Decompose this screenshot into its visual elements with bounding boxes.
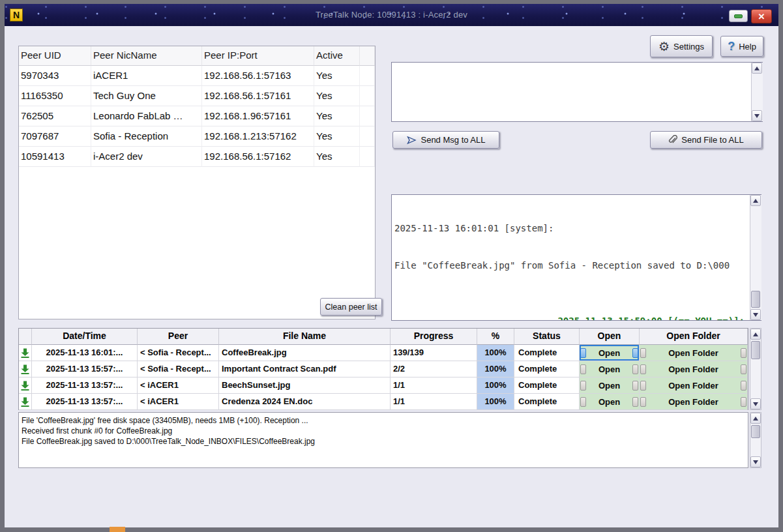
status-log-line: File 'CoffeeBreak.jpg' free disk space (… [22, 415, 745, 426]
peer-uid: 7097687 [19, 126, 91, 147]
question-mark-icon: ? [728, 40, 735, 53]
transfers-col-date[interactable]: Date/Time [32, 329, 138, 345]
scroll-thumb[interactable] [751, 291, 760, 308]
peer-row[interactable]: 5970343 iACER1 192.168.56.1:57163 Yes [19, 66, 375, 86]
download-icon [19, 394, 32, 410]
transfers-col-open[interactable]: Open [580, 329, 640, 345]
settings-button[interactable]: ⚙ Settings [650, 35, 713, 57]
peer-row[interactable]: 762505 Leonardo FabLab … 192.168.1.96:57… [19, 106, 375, 126]
send-msg-label: Send Msg to ALL [421, 135, 485, 145]
close-button[interactable]: ✕ [751, 9, 772, 23]
transfers-col-file[interactable]: File Name [219, 329, 391, 345]
message-input[interactable] [392, 63, 750, 121]
clean-peer-list-button[interactable]: Clean peer list [320, 298, 382, 316]
scroll-thumb[interactable] [751, 425, 760, 438]
transfers-col-peer[interactable]: Peer [138, 329, 219, 345]
peer-ip: 192.168.1.213:57162 [202, 126, 314, 147]
transfers-col-progress[interactable]: Progress [391, 329, 477, 345]
transfer-row[interactable]: 2025-11-13 13:57:... < iACER1 Credenza 2… [19, 394, 748, 410]
desktop: N TreeTalk Node: 10591413 : i-Acer2 dev … [0, 0, 783, 532]
down-arrow-icon [754, 114, 760, 118]
open-folder-button[interactable]: Open Folder [640, 394, 748, 410]
peer-row[interactable]: 11165350 Tech Guy One 192.168.56.1:57161… [19, 86, 375, 106]
peer-row[interactable]: 10591413 i-Acer2 dev 192.168.56.1:57162 … [19, 147, 375, 167]
chat-log: 2025-11-13 16:01:01 [system]: File "Coff… [392, 195, 750, 320]
button-nub [580, 364, 586, 374]
peer-active: Yes [314, 86, 360, 106]
transfer-percent: 100% [477, 377, 514, 394]
message-input-scrollbar[interactable] [751, 63, 763, 121]
open-folder-button[interactable]: Open Folder [640, 361, 748, 377]
scroll-up-button[interactable] [752, 63, 762, 74]
scroll-down-button[interactable] [750, 309, 761, 320]
scroll-up-button[interactable] [750, 329, 761, 340]
up-arrow-icon [754, 66, 760, 70]
open-folder-button[interactable]: Open Folder [640, 377, 748, 394]
transfer-progress: 1/1 [391, 394, 477, 410]
button-nub [741, 364, 746, 374]
scroll-down-button[interactable] [752, 110, 762, 121]
transfer-date: 2025-11-13 16:01:... [32, 345, 138, 361]
download-icon [19, 345, 32, 361]
transfers-col-open-folder[interactable]: Open Folder [640, 329, 748, 345]
transfer-row[interactable]: 2025-11-13 13:57:... < iACER1 BeechSunse… [19, 377, 748, 394]
send-file-label: Send File to ALL [681, 135, 743, 145]
send-msg-to-all-button[interactable]: Send Msg to ALL [392, 131, 499, 149]
peer-col-ip[interactable]: Peer IP:Port [202, 46, 314, 66]
button-nub [741, 348, 746, 358]
peer-ip: 192.168.1.96:57161 [202, 106, 314, 126]
peer-uid: 5970343 [19, 66, 91, 86]
peer-col-nickname[interactable]: Peer NicName [91, 46, 202, 66]
transfer-peer: < Sofia - Recept... [138, 345, 219, 361]
settings-label: Settings [673, 42, 704, 52]
open-folder-button[interactable]: Open Folder [640, 345, 748, 361]
scroll-up-button[interactable] [750, 413, 761, 424]
peer-col-filler [360, 46, 375, 66]
up-arrow-icon [753, 199, 758, 203]
transfers-table: Date/Time Peer File Name Progress % Stat… [18, 328, 748, 410]
status-log: File 'CoffeeBreak.jpg' free disk space (… [18, 412, 748, 468]
transfer-filename: BeechSunset.jpg [219, 377, 391, 394]
peer-active: Yes [314, 147, 360, 167]
peer-col-active[interactable]: Active [314, 46, 360, 66]
scroll-down-button[interactable] [750, 456, 761, 467]
transfer-row[interactable]: 2025-11-13 15:57:... < Sofia - Recept...… [19, 361, 748, 377]
message-compose-panel [391, 62, 763, 122]
peer-table-header: Peer UID Peer NicName Peer IP:Port Activ… [19, 46, 375, 66]
send-file-to-all-button[interactable]: Send File to ALL [650, 131, 762, 149]
button-nub [580, 397, 586, 407]
transfer-date: 2025-11-13 13:57:... [32, 377, 138, 394]
transfers-scrollbar[interactable] [750, 328, 761, 410]
peer-row[interactable]: 7097687 Sofia - Reception 192.168.1.213:… [19, 126, 375, 147]
transfer-row[interactable]: 2025-11-13 16:01:... < Sofia - Recept...… [19, 345, 748, 361]
transfer-progress: 2/2 [391, 361, 477, 377]
down-arrow-icon [753, 402, 758, 406]
transfer-peer: < iACER1 [138, 394, 219, 410]
transfers-col-pct[interactable]: % [477, 329, 514, 345]
peer-active: Yes [314, 106, 360, 126]
window-title: TreeTalk Node: 10591413 : i-Acer2 dev [5, 10, 778, 20]
open-file-button[interactable]: Open [580, 394, 640, 410]
minimize-button[interactable] [729, 10, 748, 22]
scroll-down-button[interactable] [750, 398, 761, 409]
transfer-peer: < Sofia - Recept... [138, 361, 219, 377]
peer-nickname: Sofia - Reception [91, 126, 202, 147]
peer-col-uid[interactable]: Peer UID [19, 46, 91, 66]
status-log-scrollbar[interactable] [750, 412, 761, 468]
open-file-button[interactable]: Open [580, 377, 640, 394]
download-icon [19, 361, 32, 377]
chat-scrollbar[interactable] [750, 195, 761, 320]
gear-icon: ⚙ [658, 40, 670, 53]
scroll-up-button[interactable] [750, 195, 761, 206]
button-nub [632, 364, 638, 374]
button-nub [640, 397, 646, 407]
help-button[interactable]: ? Help [720, 36, 763, 57]
paperclip-icon [668, 135, 677, 145]
open-file-button[interactable]: Open [580, 345, 640, 361]
peer-active: Yes [314, 66, 360, 86]
scroll-thumb[interactable] [751, 341, 760, 359]
chat-log-panel: 2025-11-13 16:01:01 [system]: File "Coff… [391, 194, 761, 321]
transfers-col-status[interactable]: Status [514, 329, 580, 345]
open-file-button[interactable]: Open [580, 361, 640, 377]
up-arrow-icon [753, 332, 758, 336]
